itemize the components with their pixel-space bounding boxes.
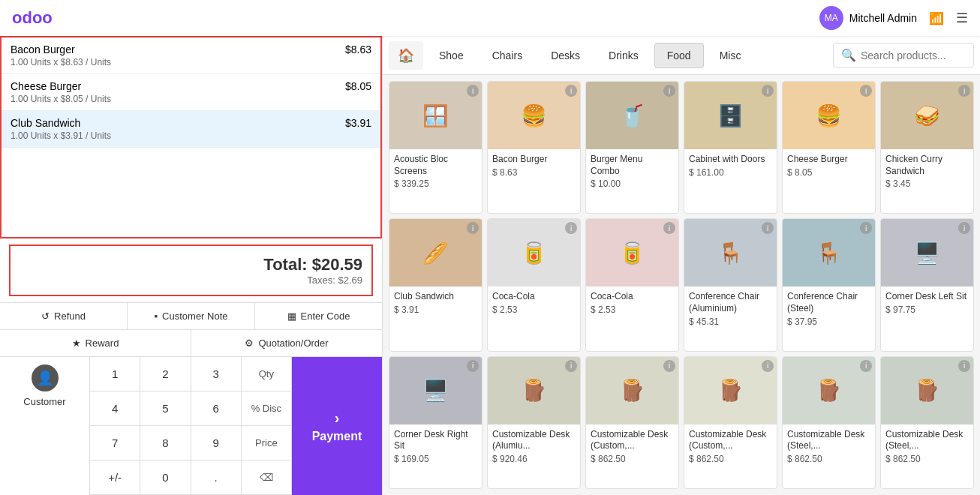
- barcode-icon: ▦: [287, 310, 296, 322]
- numpad-key--[interactable]: .: [191, 460, 242, 495]
- product-info-icon[interactable]: i: [860, 360, 872, 372]
- menu-icon[interactable]: ☰: [956, 10, 968, 26]
- product-image: 🖥️ i: [389, 357, 482, 424]
- product-image: 🥖 i: [389, 219, 482, 286]
- order-item[interactable]: Bacon Burger $8.63 1.00 Units x $8.63 / …: [2, 38, 380, 74]
- product-name: Customizable Desk (Steel,...: [881, 424, 973, 454]
- taxes-amount: Taxes: $2.69: [20, 274, 362, 286]
- product-price: $ 2.53: [586, 304, 678, 320]
- product-info-icon[interactable]: i: [565, 85, 577, 97]
- product-card[interactable]: 🖥️ i Corner Desk Left Sit $ 97.75: [880, 218, 974, 351]
- category-btn-food[interactable]: Food: [654, 43, 704, 68]
- product-price: $ 862.50: [783, 454, 875, 469]
- product-info-icon[interactable]: i: [860, 85, 872, 97]
- product-info-icon[interactable]: i: [663, 360, 675, 372]
- numpad-key-4[interactable]: 4: [90, 392, 140, 426]
- numpad-key-9[interactable]: 9: [191, 426, 242, 460]
- search-input[interactable]: [861, 50, 966, 62]
- product-card[interactable]: 🪵 i Customizable Desk (Steel,... $ 862.5…: [782, 356, 876, 489]
- home-button[interactable]: 🏠: [389, 41, 423, 70]
- product-card[interactable]: 🪵 i Customizable Desk (Custom,... $ 862.…: [684, 356, 777, 489]
- product-info-icon[interactable]: i: [565, 222, 577, 234]
- category-btn-desks[interactable]: Desks: [538, 43, 593, 68]
- product-card[interactable]: 🪟 i Acoustic Bloc Screens $ 339.25: [389, 81, 482, 214]
- product-name: Cabinet with Doors: [684, 149, 777, 167]
- numpad-key-0[interactable]: 0: [140, 460, 191, 495]
- product-info-icon[interactable]: i: [860, 222, 872, 234]
- product-card[interactable]: 🍔 i Bacon Burger $ 8.63: [487, 81, 581, 214]
- username: Mitchell Admin: [849, 12, 917, 24]
- order-item[interactable]: Club Sandwich $3.91 1.00 Units x $3.91 /…: [2, 111, 380, 148]
- product-info-icon[interactable]: i: [663, 222, 675, 234]
- numpad-key-5[interactable]: 5: [140, 392, 191, 426]
- product-card[interactable]: 🪵 i Customizable Desk (Custom,... $ 862.…: [585, 356, 679, 489]
- numpad-key-2[interactable]: 2: [140, 357, 191, 392]
- category-btn-shoe[interactable]: Shoe: [426, 43, 476, 68]
- product-info-icon[interactable]: i: [467, 360, 479, 372]
- order-item-header: Club Sandwich $3.91: [11, 117, 371, 129]
- payment-button[interactable]: › Payment: [292, 357, 382, 495]
- numpad-key-1[interactable]: 1: [90, 357, 140, 392]
- product-name: Conference Chair (Aluminium): [684, 286, 777, 316]
- product-card[interactable]: 🪑 i Conference Chair (Aluminium) $ 45.31: [684, 218, 777, 351]
- payment-arrow-icon: ›: [335, 410, 340, 427]
- product-card[interactable]: 🥪 i Chicken Curry Sandwich $ 3.45: [880, 81, 974, 214]
- product-info-icon[interactable]: i: [565, 360, 577, 372]
- product-image: 🥤 i: [586, 82, 678, 149]
- enter-code-label: Enter Code: [301, 310, 350, 322]
- product-card[interactable]: 🥖 i Club Sandwich $ 3.91: [389, 218, 482, 351]
- product-grid: 🪟 i Acoustic Bloc Screens $ 339.25 🍔 i B…: [383, 75, 980, 495]
- customer-button[interactable]: 👤 Customer: [0, 357, 90, 495]
- numpad-key-8[interactable]: 8: [140, 426, 191, 460]
- header-right: MA Mitchell Admin 📶 ☰: [819, 6, 968, 30]
- product-price: $ 2.53: [488, 304, 580, 320]
- product-info-icon[interactable]: i: [762, 85, 774, 97]
- category-btn-chairs[interactable]: Chairs: [479, 43, 535, 68]
- product-name: Coca-Cola: [586, 286, 678, 304]
- product-info-icon[interactable]: i: [958, 85, 970, 97]
- product-image: 🪵 i: [488, 357, 580, 424]
- numpad-key--[interactable]: ⌫: [242, 460, 292, 495]
- action-buttons: ↺ Refund ▪ Customer Note ▦ Enter Code: [0, 302, 382, 329]
- numpad-key-7[interactable]: 7: [90, 426, 140, 460]
- product-info-icon[interactable]: i: [467, 85, 479, 97]
- product-card[interactable]: 🥤 i Burger Menu Combo $ 10.00: [585, 81, 679, 214]
- product-image: 🍔 i: [783, 82, 875, 149]
- product-card[interactable]: 🥫 i Coca-Cola $ 2.53: [487, 218, 581, 351]
- product-info-icon[interactable]: i: [958, 222, 970, 234]
- product-card[interactable]: 🥫 i Coca-Cola $ 2.53: [585, 218, 679, 351]
- order-item[interactable]: Cheese Burger $8.05 1.00 Units x $8.05 /…: [2, 74, 380, 111]
- product-name: Customizable Desk (Custom,...: [684, 424, 777, 454]
- category-btn-misc[interactable]: Misc: [707, 43, 754, 68]
- enter-code-button[interactable]: ▦ Enter Code: [255, 303, 382, 329]
- numpad-key----[interactable]: +/-: [90, 460, 140, 495]
- product-name: Customizable Desk (Steel,...: [783, 424, 875, 454]
- product-image: 🪑 i: [783, 219, 875, 286]
- product-card[interactable]: 🪑 i Conference Chair (Steel) $ 37.95: [782, 218, 876, 351]
- product-card[interactable]: 🪵 i Customizable Desk (Alumiu... $ 920.4…: [487, 356, 581, 489]
- product-info-icon[interactable]: i: [663, 85, 675, 97]
- reward-button[interactable]: ★ Reward: [0, 330, 191, 356]
- product-price: $ 3.91: [389, 304, 482, 320]
- product-card[interactable]: 🍔 i Cheese Burger $ 8.05: [782, 81, 876, 214]
- order-item-price: $3.91: [345, 117, 371, 129]
- numpad-key---disc[interactable]: % Disc: [242, 392, 292, 426]
- numpad-key-6[interactable]: 6: [191, 392, 242, 426]
- numpad-key-price[interactable]: Price: [242, 426, 292, 460]
- numpad-key-3[interactable]: 3: [191, 357, 242, 392]
- product-info-icon[interactable]: i: [467, 222, 479, 234]
- category-btn-drinks[interactable]: Drinks: [596, 43, 651, 68]
- refund-button[interactable]: ↺ Refund: [0, 303, 128, 329]
- product-info-icon[interactable]: i: [762, 360, 774, 372]
- product-info-icon[interactable]: i: [958, 360, 970, 372]
- product-image: 🖥️ i: [881, 219, 973, 286]
- quotation-button[interactable]: ⚙ Quotation/Order: [191, 330, 382, 356]
- product-card[interactable]: 🗄️ i Cabinet with Doors $ 161.00: [684, 81, 777, 214]
- customer-note-button[interactable]: ▪ Customer Note: [128, 303, 255, 329]
- total-section: Total: $20.59 Taxes: $2.69: [9, 244, 373, 296]
- product-card[interactable]: 🖥️ i Corner Desk Right Sit $ 169.05: [389, 356, 482, 489]
- product-price: $ 37.95: [783, 316, 875, 332]
- product-card[interactable]: 🪵 i Customizable Desk (Steel,... $ 862.5…: [880, 356, 974, 489]
- numpad-key-qty[interactable]: Qty: [242, 357, 292, 392]
- product-info-icon[interactable]: i: [762, 222, 774, 234]
